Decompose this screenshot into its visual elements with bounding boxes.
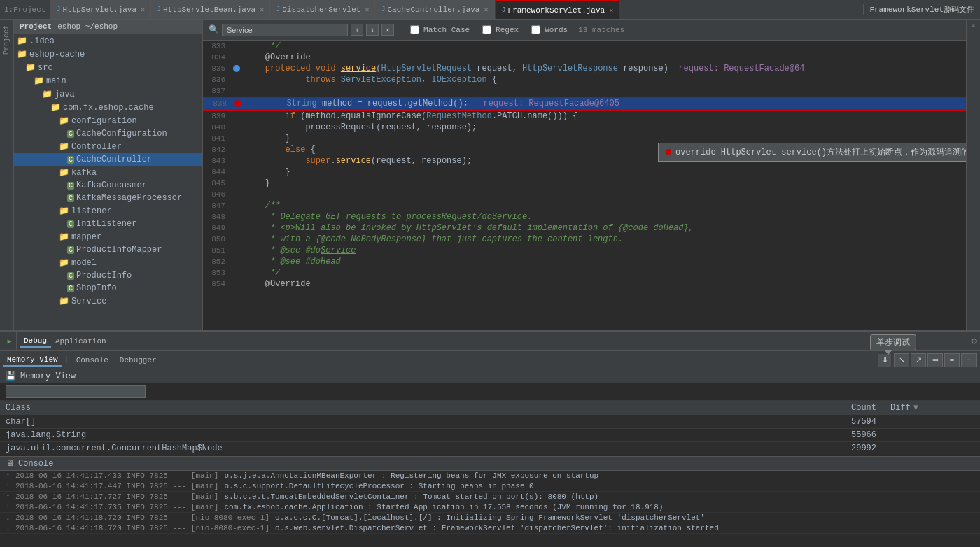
tab-frameworkservlet-java[interactable]: JFrameworkServlet.java✕ — [495, 0, 621, 20]
tree-item[interactable]: 📁Service — [14, 294, 202, 308]
tab-close[interactable]: ✕ — [609, 6, 613, 15]
search-prev-btn[interactable]: ↑ — [351, 24, 363, 36]
regex-checkbox[interactable] — [482, 25, 491, 34]
line-number: 839 — [203, 111, 231, 122]
tooltip-dot — [666, 149, 671, 155]
tab-close[interactable]: ✕ — [260, 6, 264, 14]
tree-item[interactable]: 📁mapper — [14, 230, 202, 243]
tree-item[interactable]: 📁Controller — [14, 140, 202, 153]
folder-icon: 📁 — [59, 232, 69, 242]
tree-item[interactable]: 📁eshop-cache — [14, 48, 202, 61]
line-content: * @see #doHead — [242, 256, 966, 267]
tree-item[interactable]: 📁listener — [14, 204, 202, 218]
console-section: 🖥 Console ↑ 2018-06-16 14:41:17.433 INFO… — [0, 456, 980, 547]
regex-option[interactable]: Regex — [477, 24, 524, 36]
application-tab[interactable]: Application — [51, 336, 111, 347]
tab-close[interactable]: ✕ — [141, 6, 145, 14]
debugger-tab[interactable]: Debugger — [115, 355, 161, 366]
log-arrow-icon: ↑ — [6, 503, 13, 511]
line-content: String method = request.getMethod(); req… — [244, 98, 965, 109]
console-tab[interactable]: Console — [72, 355, 113, 366]
tab-label: FrameworkServlet.java — [508, 6, 606, 15]
tree-item[interactable]: 📁kafka — [14, 166, 202, 179]
tree-item[interactable]: 📁model — [14, 256, 202, 269]
tree-item[interactable]: 📁.idea — [14, 34, 202, 48]
code-line: 853 */ — [203, 267, 966, 278]
tree-item-label: src — [38, 63, 53, 73]
words-checkbox[interactable] — [531, 25, 540, 34]
memory-row[interactable]: char[] 57594 — [0, 415, 980, 429]
tree-item[interactable]: CInitListener — [14, 218, 202, 230]
match-case-checkbox[interactable] — [410, 25, 419, 34]
memory-rows: char[] 57594 java.lang.String 55966 java… — [0, 415, 980, 456]
memory-row[interactable]: java.lang.String 55966 — [0, 429, 980, 442]
tab-icon: J — [381, 6, 385, 13]
col-count-header[interactable]: Count — [806, 403, 890, 413]
line-number: 834 — [203, 52, 231, 63]
file-icon: C — [67, 156, 74, 164]
more-btn[interactable]: ⋮ — [961, 353, 977, 367]
tree-item[interactable]: 📁main — [14, 74, 202, 87]
tree-item-label: configuration — [71, 116, 137, 126]
tree-item-label: KafkaMessageProcessor — [76, 193, 182, 203]
tab-close[interactable]: ✕ — [365, 6, 369, 14]
step-out-btn[interactable]: ↗ — [911, 353, 926, 367]
search-input[interactable] — [222, 24, 348, 36]
line-number: 833 — [203, 41, 231, 52]
line-number: 847 — [203, 200, 231, 211]
col-class-header[interactable]: Class — [6, 403, 806, 413]
memory-class: char[] — [6, 417, 806, 427]
project-root-label: eshop ~/eshop — [57, 22, 197, 31]
code-line: 844 } — [203, 166, 966, 178]
log-row: ↑ 2018-06-16 14:41:17.447 INFO 7825 --- … — [0, 481, 980, 492]
tree-item[interactable]: CProductInfoMapper — [14, 243, 202, 256]
tab-httpservletbean-java[interactable]: JHttpServletBean.java✕ — [151, 0, 270, 20]
step-over-btn[interactable]: ⬇ — [877, 353, 892, 368]
tree-item[interactable]: 📁configuration — [14, 114, 202, 127]
debug-tab[interactable]: Debug — [20, 335, 51, 348]
tab-httpsservlet-java[interactable]: JHttpServlet.java✕ — [50, 0, 151, 20]
tree-item[interactable]: CCacheController — [14, 153, 202, 166]
tree-item[interactable]: CKafkaMessageProcessor — [14, 192, 202, 204]
bottom-left-icon-run[interactable]: ▶ — [7, 337, 11, 346]
log-timestamp: 2018-06-16 14:41:18.720 INFO 7825 --- [n… — [15, 524, 270, 532]
search-next-btn[interactable]: ↓ — [366, 24, 379, 36]
memory-class: java.util.concurrent.ConcurrentHashMap$N… — [6, 443, 806, 453]
match-case-option[interactable]: Match Case — [405, 24, 475, 36]
tree-item[interactable]: 📁src — [14, 61, 202, 74]
code-text: */ — [245, 41, 280, 51]
bottom-settings-icon[interactable]: ⚙ — [972, 335, 977, 347]
folder-icon: 📁 — [59, 257, 69, 268]
folder-icon: 📁 — [25, 62, 36, 73]
folder-icon: 📁 — [42, 89, 52, 99]
evaluate-btn[interactable]: ≡ — [944, 353, 960, 367]
memory-table-container: Class Count Diff ▼ char[] 57594 java.lan… — [0, 401, 980, 456]
col-diff-header[interactable]: Diff ▼ — [890, 403, 974, 413]
tree-item[interactable]: CCacheConfiguration — [14, 127, 202, 140]
memory-search-input[interactable] — [6, 385, 146, 398]
project-sidebar-icon[interactable]: Project — [3, 25, 10, 55]
breakpoint-indicator[interactable] — [234, 100, 241, 107]
code-line: 849 * <p>Will also be invoked by HttpSer… — [203, 222, 966, 234]
tree-item[interactable]: CKafkaConcusmer — [14, 179, 202, 192]
line-number: 835 — [203, 63, 231, 74]
memory-view-tab[interactable]: Memory View — [3, 354, 62, 367]
match-count: 13 matches — [578, 26, 624, 34]
code-text: @Override — [245, 279, 311, 289]
tab-cachecontroller-java[interactable]: JCacheController.java✕ — [375, 0, 494, 20]
tab-close[interactable]: ✕ — [484, 6, 488, 14]
memory-row[interactable]: java.util.concurrent.ConcurrentHashMap$N… — [0, 442, 980, 455]
step-tooltip-text: 单步调试 — [876, 338, 910, 348]
project-icon: 1:Project — [4, 6, 46, 14]
tree-item[interactable]: CProductInfo — [14, 269, 202, 282]
run-to-cursor-btn[interactable]: ➡ — [927, 353, 943, 367]
tree-item[interactable]: CShopInfo — [14, 282, 202, 294]
tab-dispatcherservlet[interactable]: JDispatcherServlet✕ — [270, 0, 375, 20]
tree-item[interactable]: 📁com.fx.eshop.cache — [14, 101, 202, 114]
search-clear-btn[interactable]: ✕ — [382, 24, 394, 36]
line-number: 838 — [204, 98, 232, 109]
tree-item[interactable]: 📁java — [14, 87, 202, 101]
words-option[interactable]: Words — [526, 24, 573, 36]
step-into-btn[interactable]: ↘ — [894, 353, 909, 367]
log-arrow-icon: ↑ — [6, 492, 13, 501]
